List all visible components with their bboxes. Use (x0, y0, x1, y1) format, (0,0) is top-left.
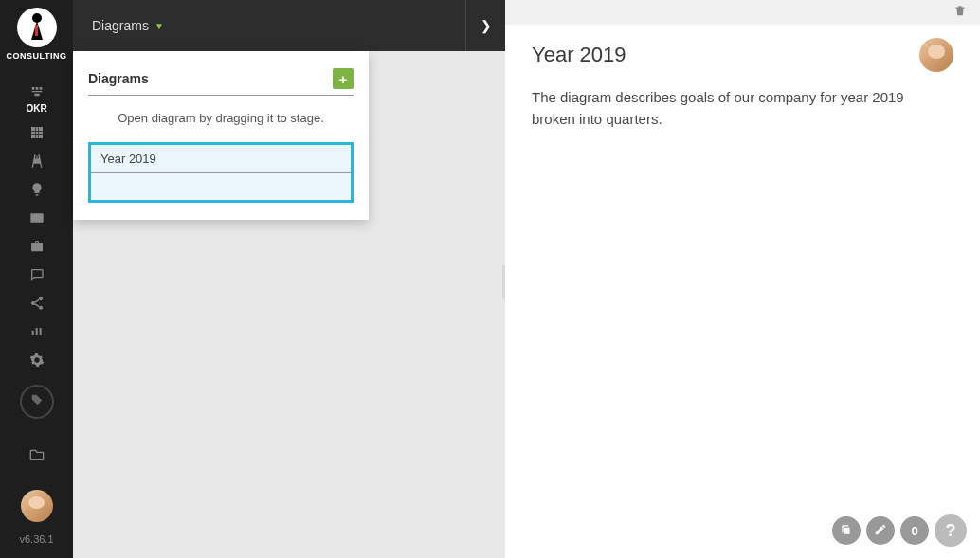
okr-icon (29, 83, 45, 101)
count-label: 0 (911, 524, 917, 538)
share-icon (29, 296, 45, 314)
sidebar: CONSULTING OKR (0, 0, 73, 558)
card-icon (29, 210, 45, 228)
svg-point-2 (39, 305, 43, 309)
sidebar-item-card[interactable] (0, 205, 73, 233)
detail-description: The diagram describes goals of our compa… (505, 80, 941, 137)
diagram-item-preview (91, 173, 351, 200)
copy-button[interactable] (832, 516, 861, 545)
sidebar-item-chat[interactable] (0, 261, 73, 290)
diagram-item-title: Year 2019 (91, 145, 351, 173)
panel-collapse-button[interactable]: ❯ (465, 0, 505, 51)
diagrams-toolbar: Diagrams ▼ ❯ (73, 0, 505, 51)
delete-button[interactable] (953, 4, 967, 21)
user-avatar[interactable] (21, 490, 53, 522)
sidebar-item-briefcase[interactable] (0, 233, 73, 261)
detail-topbar (505, 0, 980, 25)
sidebar-round-button[interactable] (20, 385, 54, 419)
trash-icon (953, 4, 967, 20)
brand-label: CONSULTING (7, 51, 67, 61)
svg-point-1 (31, 301, 35, 305)
diagrams-panel-header: Diagrams + (88, 68, 354, 96)
diagrams-label: Diagrams (92, 18, 149, 33)
chevron-right-icon: ❯ (481, 18, 492, 33)
detail-title: Year 2019 (532, 43, 626, 67)
stats-icon (29, 324, 45, 342)
help-button[interactable]: ? (935, 514, 967, 547)
briefcase-icon (29, 239, 45, 257)
edit-button[interactable] (866, 516, 895, 545)
sidebar-item-stats[interactable] (0, 318, 73, 347)
tag-icon (30, 393, 44, 410)
plus-icon: + (339, 71, 348, 87)
sidebar-item-grid[interactable] (0, 119, 73, 148)
sidebar-item-idea[interactable] (0, 176, 73, 205)
owner-avatar[interactable] (919, 38, 953, 72)
logo[interactable] (17, 8, 57, 47)
diagrams-dropdown-button[interactable]: Diagrams ▼ (73, 0, 183, 51)
sidebar-item-folder[interactable] (0, 441, 73, 470)
version-label: v6.36.1 (19, 533, 53, 545)
sidebar-item-share[interactable] (0, 290, 73, 318)
svg-point-0 (39, 297, 43, 300)
sidebar-item-okr[interactable]: OKR (0, 78, 73, 119)
gear-icon (29, 352, 45, 370)
chat-icon (29, 267, 45, 285)
detail-panel: Year 2019 The diagram describes goals of… (505, 0, 980, 558)
diagram-item[interactable]: Year 2019 (88, 142, 354, 203)
road-icon (29, 153, 45, 171)
count-button[interactable]: 0 (900, 516, 929, 545)
add-diagram-button[interactable]: + (333, 68, 354, 89)
help-icon: ? (946, 521, 956, 541)
diagrams-panel-title: Diagrams (88, 71, 149, 86)
grid-icon (29, 125, 45, 143)
chevron-down-icon: ▼ (154, 21, 164, 31)
diagrams-panel: Diagrams + Open diagram by dragging it t… (73, 51, 369, 220)
folder-icon (29, 447, 45, 465)
pencil-icon (874, 523, 887, 539)
sidebar-item-settings[interactable] (0, 347, 73, 375)
bulb-icon (29, 182, 45, 200)
okr-label: OKR (26, 103, 46, 114)
sidebar-item-road[interactable] (0, 148, 73, 176)
diagrams-hint: Open diagram by dragging it to stage. (88, 111, 354, 125)
copy-icon (840, 523, 853, 539)
action-buttons: 0 ? (832, 514, 967, 547)
